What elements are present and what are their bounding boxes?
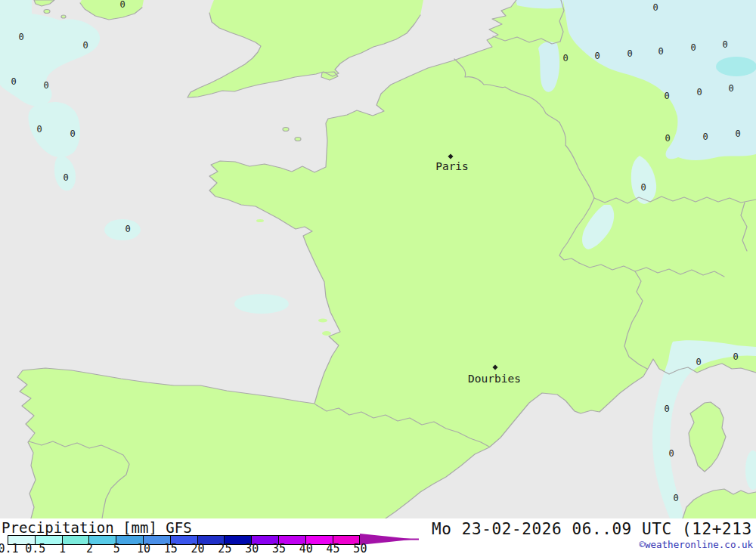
copyright-link[interactable]: ©weatheronline.co.uk bbox=[639, 539, 753, 550]
colorbar-tick-label: 25 bbox=[218, 543, 231, 554]
weather-map-page: 0000000000000000000000000000ParisDourbie… bbox=[0, 0, 756, 554]
precip-blob bbox=[104, 219, 141, 240]
colorbar-tick-label: 1 bbox=[59, 543, 66, 554]
legend-title: Precipitation [mm] GFS bbox=[2, 519, 192, 536]
precip-area-heavier bbox=[716, 57, 756, 76]
forecast-timestamp: Mo 23-02-2026 06..09 UTC (12+213 bbox=[432, 520, 752, 538]
small-island bbox=[256, 219, 264, 222]
colorbar-tick-label: 35 bbox=[272, 543, 286, 554]
colorbar-tick-label: 30 bbox=[245, 543, 259, 554]
colorbar-tick-label: 10 bbox=[137, 543, 150, 554]
colorbar-tick-label: 0.1 bbox=[0, 543, 19, 554]
colorbar-tick-label: 5 bbox=[113, 543, 120, 554]
precipitation-map bbox=[0, 0, 756, 518]
colorbar-tick-label: 15 bbox=[164, 543, 178, 554]
colorbar-tick-label: 0.5 bbox=[25, 543, 45, 554]
colorbar-tick-label: 50 bbox=[353, 543, 367, 554]
colorbar-tick-label: 40 bbox=[299, 543, 313, 554]
small-island bbox=[322, 331, 331, 336]
small-island bbox=[318, 319, 327, 323]
colorbar-tick-label: 2 bbox=[86, 543, 93, 554]
precip-blob-atlantic bbox=[234, 294, 289, 314]
legend-bar: Precipitation [mm] GFS 0.10.512510152025… bbox=[0, 518, 756, 554]
colorbar-tick-label: 45 bbox=[327, 543, 340, 554]
colorbar-tick-label: 20 bbox=[191, 543, 205, 554]
